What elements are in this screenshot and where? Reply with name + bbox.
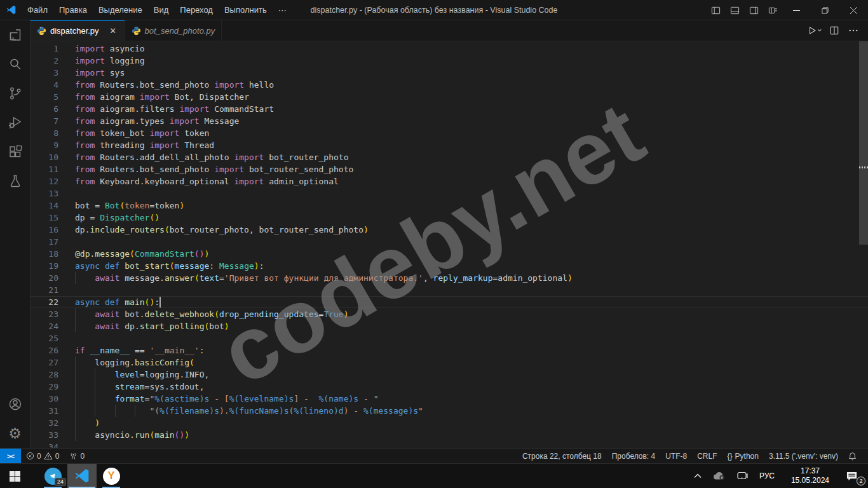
code-line[interactable]: 9from threading import Thread <box>31 139 868 151</box>
start-button[interactable] <box>0 464 29 488</box>
code-line[interactable]: 13 <box>31 187 868 200</box>
status-eol[interactable]: CRLF <box>692 449 722 463</box>
line-number[interactable]: 9 <box>31 139 58 151</box>
problems-status[interactable]: 0 0 <box>21 449 64 463</box>
code-line[interactable]: 33 asyncio.run(main()) <box>31 429 868 441</box>
line-number[interactable]: 27 <box>31 356 58 369</box>
line-number[interactable]: 8 <box>31 127 58 139</box>
line-number[interactable]: 11 <box>31 163 58 175</box>
settings-gear-icon[interactable]: ⚙ <box>0 419 31 448</box>
code-line[interactable]: 26if __name__ == '__main__': <box>31 344 868 356</box>
toggle-sidebar-icon[interactable] <box>706 0 725 20</box>
code-line[interactable]: 25 <box>31 332 868 344</box>
search-icon[interactable] <box>0 50 31 79</box>
code-line[interactable]: 1import asyncio <box>31 43 868 55</box>
line-number[interactable]: 14 <box>31 200 58 212</box>
tab-bot-send-photo[interactable]: bot_send_photo.py <box>125 20 222 41</box>
line-number[interactable]: 28 <box>31 369 58 381</box>
code-line[interactable]: 5from aiogram import Bot, Dispatcher <box>31 91 868 103</box>
line-number[interactable]: 34 <box>31 441 58 448</box>
toggle-secondary-sidebar-icon[interactable] <box>744 0 763 20</box>
code-line[interactable]: 29 stream=sys.stdout, <box>31 381 868 393</box>
code-line[interactable]: 8from token_bot import token <box>31 127 868 139</box>
testing-icon[interactable] <box>0 166 31 196</box>
notification-center-icon[interactable]: 2 <box>841 464 865 488</box>
run-debug-icon[interactable] <box>0 108 31 137</box>
line-number[interactable]: 33 <box>31 429 58 441</box>
customize-layout-icon[interactable] <box>763 0 782 20</box>
code-line[interactable]: 4from Routers.bot_send_photo import hell… <box>31 79 868 91</box>
line-number[interactable]: 18 <box>31 248 58 260</box>
editor-scrollbar[interactable] <box>859 41 868 245</box>
menu-item-0[interactable]: Файл <box>22 3 53 17</box>
menu-item-1[interactable]: Правка <box>53 3 93 17</box>
line-number[interactable]: 12 <box>31 175 58 187</box>
code-line[interactable]: 22async def main(): <box>31 296 868 308</box>
extensions-icon[interactable] <box>0 137 31 166</box>
more-actions-icon[interactable] <box>845 22 862 39</box>
code-line[interactable]: 10from Routers.add_dell_all_photo import… <box>31 151 868 163</box>
split-editor-icon[interactable] <box>826 22 843 39</box>
toggle-panel-icon[interactable] <box>725 0 744 20</box>
tray-onedrive-paused-icon[interactable] <box>709 464 730 488</box>
tray-chevron-up-icon[interactable] <box>689 464 706 488</box>
tray-camera-icon[interactable] <box>733 464 752 488</box>
remote-indicator[interactable]: >< <box>0 449 21 464</box>
taskbar-telegram-icon[interactable]: 24 <box>38 464 67 488</box>
line-number[interactable]: 29 <box>31 381 58 393</box>
line-number[interactable]: 19 <box>31 260 58 272</box>
ports-status[interactable]: 0 <box>64 449 90 463</box>
account-icon[interactable] <box>0 390 31 419</box>
source-control-icon[interactable] <box>0 79 31 108</box>
line-number[interactable]: 1 <box>31 43 58 55</box>
language-indicator[interactable]: РУС <box>755 464 779 488</box>
taskbar-vscode-icon[interactable] <box>67 464 97 488</box>
line-number[interactable]: 13 <box>31 187 58 200</box>
code-line[interactable]: 16dp.include_routers(bot_router_photo, b… <box>31 224 868 236</box>
status-indentation[interactable]: Пробелов: 4 <box>607 449 661 463</box>
status-cursor-position[interactable]: Строка 22, столбец 18 <box>517 449 607 463</box>
menu-item-4[interactable]: Переход <box>174 3 219 17</box>
line-number[interactable]: 31 <box>31 405 58 417</box>
line-number[interactable]: 5 <box>31 91 58 103</box>
code-line[interactable]: 2import logging <box>31 55 868 67</box>
code-line[interactable]: 28 level=logging.INFO, <box>31 369 868 381</box>
code-line[interactable]: 20 await message.answer(text='Привет вот… <box>31 272 868 284</box>
code-line[interactable]: 14bot = Bot(token=token) <box>31 200 868 212</box>
minimize-button[interactable] <box>782 0 811 20</box>
line-number[interactable]: 25 <box>31 332 58 344</box>
line-number[interactable]: 10 <box>31 151 58 163</box>
taskbar-yandex-icon[interactable]: Y <box>97 464 126 488</box>
code-line[interactable]: 24 await dp.start_polling(bot) <box>31 320 868 332</box>
code-line[interactable]: 18@dp.message(CommandStart()) <box>31 248 868 260</box>
line-number[interactable]: 23 <box>31 308 58 320</box>
restore-button[interactable] <box>811 0 839 20</box>
line-number[interactable]: 30 <box>31 393 58 405</box>
line-number[interactable]: 15 <box>31 212 58 224</box>
tab-close-icon[interactable]: ✕ <box>108 26 118 36</box>
line-number[interactable]: 6 <box>31 103 58 115</box>
code-line[interactable]: 30 format="%(asctime)s - [%(levelname)s]… <box>31 393 868 405</box>
menu-item-5[interactable]: Выполнить <box>219 3 273 17</box>
line-number[interactable]: 21 <box>31 284 58 296</box>
line-number[interactable]: 16 <box>31 224 58 236</box>
code-line[interactable]: 19async def bot_start(message: Message): <box>31 260 868 272</box>
explorer-icon[interactable] <box>0 20 31 50</box>
line-number[interactable]: 3 <box>31 67 58 79</box>
menu-item-2[interactable]: Выделение <box>93 3 148 17</box>
code-line[interactable]: 3import sys <box>31 67 868 79</box>
run-python-file-button[interactable] <box>807 22 824 39</box>
notifications-bell-icon[interactable] <box>843 449 862 463</box>
code-line[interactable]: 21 <box>31 284 868 296</box>
line-number[interactable]: 26 <box>31 344 58 356</box>
menu-item-6[interactable]: ··· <box>273 3 292 17</box>
line-number[interactable]: 32 <box>31 417 58 429</box>
line-number[interactable]: 2 <box>31 55 58 67</box>
line-number[interactable]: 7 <box>31 115 58 127</box>
code-line[interactable]: 23 await bot.delete_webhook(drop_pending… <box>31 308 868 320</box>
code-line[interactable]: 12from Keyboard.keyboard_optional import… <box>31 175 868 187</box>
code-line[interactable]: 15dp = Dispatcher() <box>31 212 868 224</box>
line-number[interactable]: 4 <box>31 79 58 91</box>
status-encoding[interactable]: UTF-8 <box>660 449 692 463</box>
vscode-logo-icon[interactable] <box>0 4 22 15</box>
